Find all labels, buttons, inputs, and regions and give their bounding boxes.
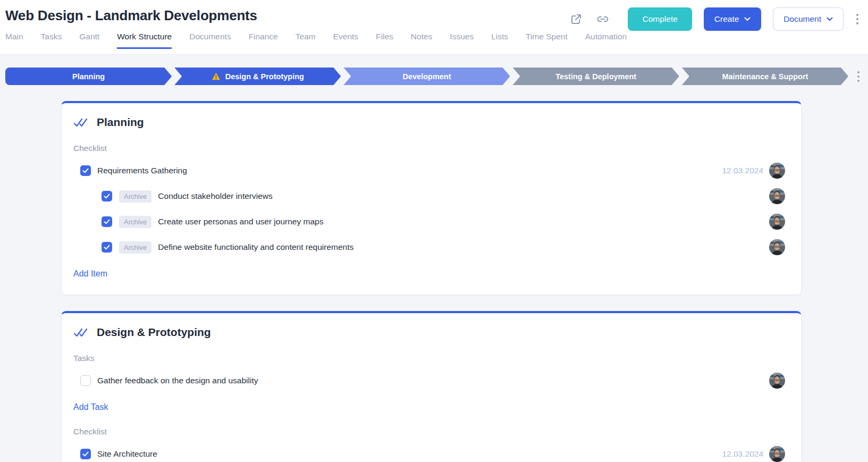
chevron-down-icon <box>744 17 751 21</box>
tab-tasks[interactable]: Tasks <box>41 32 62 49</box>
link-icon[interactable] <box>596 12 610 26</box>
stage-design-prototyping[interactable]: Design & Prototyping <box>174 68 341 85</box>
checkbox-checked[interactable] <box>102 242 112 253</box>
due-date: 12.03.2024 <box>722 166 763 175</box>
tab-bar: Main Tasks Gantt Work Structure Document… <box>5 32 859 49</box>
checklist-item: Archive Define website functionality and… <box>73 239 785 255</box>
checkbox-checked[interactable] <box>102 216 112 227</box>
chevron-down-icon <box>827 17 833 21</box>
checklist-item: Requirements Gathering 12.03.2024 <box>73 163 785 179</box>
header-actions: Complete Create Document <box>563 7 861 31</box>
kebab-menu-icon[interactable] <box>854 12 861 27</box>
page-header: Web Design - Landmark Developments Main … <box>0 0 868 55</box>
avatar[interactable] <box>769 214 785 230</box>
stage-kebab-menu-icon[interactable] <box>855 69 862 84</box>
double-check-icon <box>73 327 88 338</box>
task-item-label[interactable]: Gather feedback on the design and usabil… <box>97 376 258 385</box>
create-button-label: Create <box>714 14 739 24</box>
task-item: Gather feedback on the design and usabil… <box>73 373 785 389</box>
stage-maintenance-support[interactable]: Maintenance & Support <box>682 68 848 85</box>
tab-finance[interactable]: Finance <box>249 32 278 49</box>
checklist-item: Archive Conduct stakeholder interviews <box>73 188 785 204</box>
card-title: Design & Prototyping <box>97 326 211 339</box>
tab-main[interactable]: Main <box>5 32 23 49</box>
tab-events[interactable]: Events <box>333 32 358 49</box>
avatar[interactable] <box>769 373 785 389</box>
stage-label: Planning <box>72 72 105 81</box>
add-item-link[interactable]: Add Item <box>73 269 107 279</box>
external-link-icon[interactable] <box>569 12 583 26</box>
checklist-item-label[interactable]: Conduct stakeholder interviews <box>158 191 272 201</box>
stage-label: Testing & Deployment <box>555 72 636 81</box>
tab-files[interactable]: Files <box>376 32 393 49</box>
stage-label: Design & Prototyping <box>225 72 304 81</box>
avatar[interactable] <box>769 239 785 255</box>
checkbox-unchecked[interactable] <box>80 375 91 386</box>
checkbox-checked[interactable] <box>80 449 91 459</box>
document-button[interactable]: Document <box>773 7 844 31</box>
checkbox-checked[interactable] <box>80 165 91 176</box>
tab-time-spent[interactable]: Time Spent <box>526 32 568 49</box>
tab-work-structure[interactable]: Work Structure <box>117 32 172 49</box>
tab-documents[interactable]: Documents <box>189 32 231 49</box>
avatar[interactable] <box>769 446 785 462</box>
checklist-item-label[interactable]: Requirements Gathering <box>97 166 187 175</box>
work-structure-content: Planning Checklist Requirements Gatherin… <box>0 101 868 462</box>
avatar[interactable] <box>769 188 785 204</box>
checklist-item-label[interactable]: Site Architecture <box>97 449 157 459</box>
archive-badge[interactable]: Archive <box>119 241 151 254</box>
tasks-section-label: Tasks <box>73 354 785 363</box>
due-date: 12.03.2024 <box>722 449 763 459</box>
avatar[interactable] <box>769 163 785 179</box>
add-task-link[interactable]: Add Task <box>73 402 108 412</box>
archive-badge[interactable]: Archive <box>119 216 151 228</box>
double-check-icon <box>73 117 88 128</box>
stage-card-planning: Planning Checklist Requirements Gatherin… <box>61 101 802 295</box>
complete-button[interactable]: Complete <box>628 7 692 31</box>
stage-planning[interactable]: Planning <box>5 68 172 85</box>
tab-automation[interactable]: Automation <box>585 32 627 49</box>
stage-development[interactable]: Development <box>343 68 510 85</box>
document-button-label: Document <box>783 14 821 24</box>
checklist-section-label: Checklist <box>73 427 785 436</box>
stage-label: Development <box>402 72 451 81</box>
tab-lists[interactable]: Lists <box>491 32 508 49</box>
stage-card-design-prototyping: Design & Prototyping Tasks Gather feedba… <box>61 311 802 462</box>
create-button[interactable]: Create <box>704 7 762 31</box>
tab-issues[interactable]: Issues <box>450 32 474 49</box>
checklist-section-label: Checklist <box>73 144 785 153</box>
checklist-item: Archive Create user personas and user jo… <box>73 214 785 230</box>
stage-label: Maintenance & Support <box>722 72 808 81</box>
checklist-item: Site Architecture 12.03.2024 <box>73 446 785 462</box>
tab-gantt[interactable]: Gantt <box>79 32 99 49</box>
stage-testing-deployment[interactable]: Testing & Deployment <box>513 68 679 85</box>
card-title: Planning <box>97 116 144 129</box>
stage-arrows: Planning Design & Prototyping Developmen… <box>5 68 848 85</box>
checklist-item-label[interactable]: Define website functionality and content… <box>158 242 353 252</box>
tab-team[interactable]: Team <box>296 32 316 49</box>
checklist-item-label[interactable]: Create user personas and user journey ma… <box>158 217 323 226</box>
stage-bar: Planning Design & Prototyping Developmen… <box>5 68 862 85</box>
archive-badge[interactable]: Archive <box>119 190 151 203</box>
tab-notes[interactable]: Notes <box>411 32 433 49</box>
warning-triangle-icon <box>212 72 221 80</box>
checkbox-checked[interactable] <box>102 191 112 201</box>
